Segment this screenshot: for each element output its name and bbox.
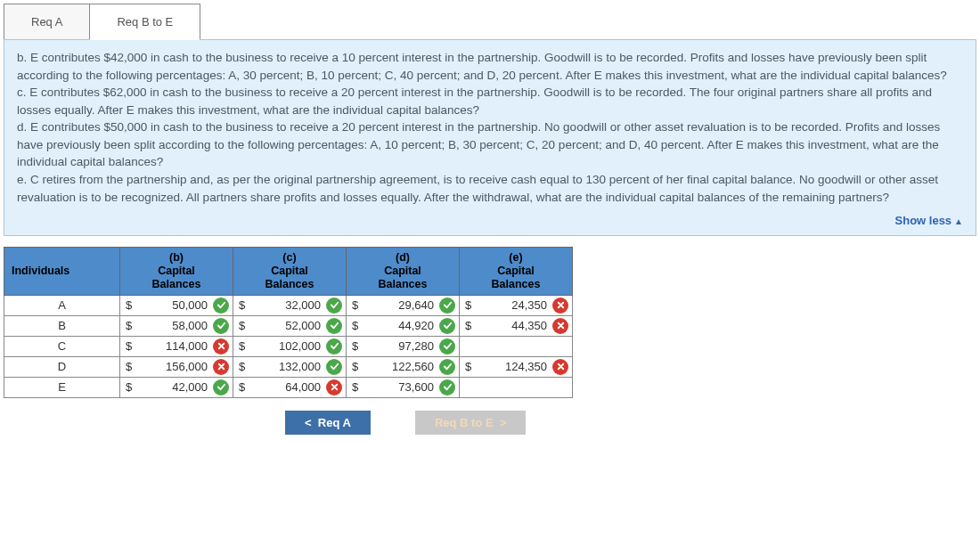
- check-icon: [439, 338, 455, 354]
- answer-cell[interactable]: $156,000: [120, 356, 233, 377]
- dollar-sign: $: [124, 319, 138, 332]
- chevron-right-icon: >: [500, 416, 507, 429]
- check-icon: [439, 379, 455, 395]
- answer-cell[interactable]: $44,920: [347, 315, 460, 336]
- answer-cell[interactable]: $64,000: [233, 377, 347, 397]
- dollar-sign: $: [350, 339, 364, 353]
- tab-req-a[interactable]: Req A: [4, 4, 90, 40]
- answer-cell[interactable]: $73,600: [347, 377, 460, 397]
- check-icon: [326, 359, 342, 375]
- show-less-toggle[interactable]: Show less: [17, 206, 963, 230]
- answer-cell[interactable]: $122,560: [347, 356, 460, 377]
- answer-value: 42,000: [138, 380, 209, 394]
- answer-value: 44,920: [364, 319, 436, 332]
- dollar-sign: $: [463, 319, 478, 332]
- answer-cell[interactable]: $42,000: [120, 377, 233, 397]
- col-individuals: Individuals: [4, 247, 120, 295]
- empty-cell: [460, 377, 573, 397]
- table-row: D$156,000$132,000$122,560$124,350: [4, 356, 573, 377]
- tab-bar: Req A Req B to E: [4, 4, 980, 40]
- dollar-sign: $: [237, 360, 251, 373]
- check-icon: [326, 338, 342, 354]
- dollar-sign: $: [124, 298, 138, 312]
- row-label: E: [4, 377, 120, 397]
- answer-value: 58,000: [138, 319, 209, 332]
- answer-value: 24,350: [478, 298, 549, 312]
- dollar-sign: $: [237, 298, 251, 312]
- cross-icon: [552, 297, 568, 314]
- col-b: (b) Capital Balances: [120, 247, 233, 295]
- next-button[interactable]: Req B to E >: [415, 411, 527, 435]
- check-icon: [439, 297, 455, 314]
- row-label: C: [4, 336, 120, 356]
- dollar-sign: $: [124, 339, 138, 353]
- answer-cell[interactable]: $58,000: [120, 315, 233, 336]
- question-d: d. E contributes $50,000 in cash to the …: [17, 118, 963, 171]
- dollar-sign: $: [350, 360, 364, 373]
- answer-cell[interactable]: $114,000: [120, 336, 233, 356]
- answer-value: 132,000: [251, 360, 323, 373]
- answer-value: 64,000: [251, 380, 323, 394]
- answer-table: Individuals (b) Capital Balances (c) Cap…: [4, 247, 573, 398]
- dollar-sign: $: [237, 380, 251, 394]
- dollar-sign: $: [463, 298, 478, 312]
- answer-cell[interactable]: $52,000: [233, 315, 347, 336]
- answer-value: 102,000: [251, 339, 323, 353]
- answer-cell[interactable]: $102,000: [233, 336, 347, 356]
- cross-icon: [213, 359, 229, 375]
- dollar-sign: $: [463, 360, 478, 373]
- tab-req-b-to-e[interactable]: Req B to E: [89, 4, 200, 40]
- answer-cell[interactable]: $32,000: [233, 295, 347, 315]
- check-icon: [213, 318, 229, 334]
- table-row: C$114,000$102,000$97,280: [4, 336, 573, 356]
- answer-value: 73,600: [364, 380, 436, 394]
- answer-cell[interactable]: $24,350: [460, 295, 573, 315]
- cross-icon: [213, 338, 229, 354]
- answer-value: 114,000: [138, 339, 209, 353]
- question-e: e. C retires from the partnership and, a…: [17, 171, 963, 206]
- answer-value: 29,640: [364, 298, 436, 312]
- check-icon: [326, 318, 342, 334]
- check-icon: [213, 379, 229, 395]
- answer-value: 44,350: [478, 319, 549, 332]
- dollar-sign: $: [350, 319, 364, 332]
- check-icon: [439, 318, 455, 334]
- answer-value: 97,280: [364, 339, 436, 353]
- dollar-sign: $: [350, 298, 364, 312]
- nav-buttons: < Req A Req B to E >: [285, 411, 980, 435]
- empty-cell: [460, 336, 573, 356]
- dollar-sign: $: [124, 360, 138, 373]
- cross-icon: [326, 379, 342, 395]
- col-d: (d) Capital Balances: [347, 247, 460, 295]
- col-e: (e) Capital Balances: [460, 247, 573, 295]
- check-icon: [439, 359, 455, 375]
- answer-cell[interactable]: $44,350: [460, 315, 573, 336]
- question-b: b. E contributes $42,000 in cash to the …: [17, 49, 963, 84]
- prev-button[interactable]: < Req A: [285, 411, 371, 435]
- answer-cell[interactable]: $97,280: [347, 336, 460, 356]
- dollar-sign: $: [350, 380, 364, 394]
- answer-value: 52,000: [251, 319, 323, 332]
- question-panel: b. E contributes $42,000 in cash to the …: [4, 39, 976, 236]
- answer-value: 50,000: [138, 298, 209, 312]
- dollar-sign: $: [237, 339, 251, 353]
- table-row: B$58,000$52,000$44,920$44,350: [4, 315, 573, 336]
- answer-cell[interactable]: $132,000: [233, 356, 347, 377]
- dollar-sign: $: [237, 319, 251, 332]
- cross-icon: [552, 359, 568, 375]
- answer-value: 124,350: [478, 360, 549, 373]
- chevron-left-icon: <: [305, 416, 312, 429]
- cross-icon: [552, 318, 568, 334]
- answer-value: 122,560: [364, 360, 436, 373]
- answer-cell[interactable]: $50,000: [120, 295, 233, 315]
- row-label: A: [4, 295, 120, 315]
- answer-cell[interactable]: $29,640: [347, 295, 460, 315]
- check-icon: [326, 297, 342, 314]
- row-label: B: [4, 315, 120, 336]
- row-label: D: [4, 356, 120, 377]
- dollar-sign: $: [124, 380, 138, 394]
- answer-value: 156,000: [138, 360, 209, 373]
- answer-cell[interactable]: $124,350: [460, 356, 573, 377]
- question-c: c. E contributes $62,000 in cash to the …: [17, 84, 963, 118]
- answer-value: 32,000: [251, 298, 323, 312]
